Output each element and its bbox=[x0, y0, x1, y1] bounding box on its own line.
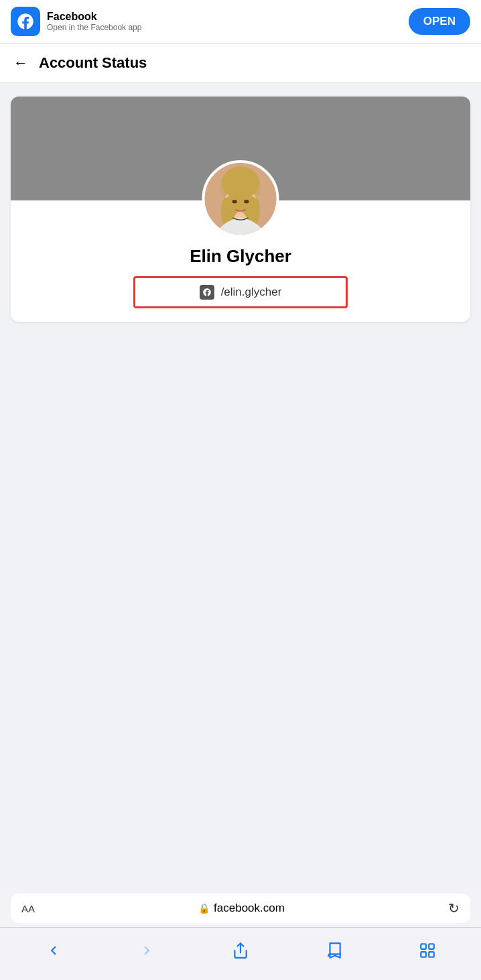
profile-name: Elin Glycher bbox=[190, 246, 291, 267]
safari-toolbar bbox=[0, 927, 481, 980]
address-bar[interactable]: AA 🔒 facebook.com ↻ bbox=[11, 894, 470, 923]
browser-back-button[interactable] bbox=[38, 934, 70, 967]
browser-bar-container: AA 🔒 facebook.com ↻ bbox=[0, 887, 481, 927]
reload-button[interactable]: ↻ bbox=[448, 900, 460, 916]
avatar-wrapper bbox=[202, 160, 279, 237]
profile-card: Elin Glycher /elin.glycher bbox=[11, 97, 470, 322]
tabs-button[interactable] bbox=[411, 934, 443, 967]
svg-rect-9 bbox=[421, 952, 426, 957]
address-text: 🔒 facebook.com bbox=[198, 902, 285, 915]
app-text: Facebook Open in the Facebook app bbox=[47, 11, 141, 32]
browser-forward-button[interactable] bbox=[131, 934, 163, 967]
share-button[interactable] bbox=[224, 934, 257, 967]
username-text: /elin.glycher bbox=[221, 286, 282, 299]
svg-point-5 bbox=[244, 200, 249, 204]
username-box[interactable]: /elin.glycher bbox=[133, 276, 348, 308]
facebook-app-icon bbox=[11, 7, 40, 36]
avatar bbox=[202, 160, 279, 237]
svg-rect-7 bbox=[421, 944, 426, 949]
top-banner: Facebook Open in the Facebook app OPEN bbox=[0, 0, 481, 44]
svg-rect-8 bbox=[429, 944, 434, 949]
app-subtitle: Open in the Facebook app bbox=[47, 23, 141, 32]
bookmarks-button[interactable] bbox=[318, 934, 350, 967]
page-title: Account Status bbox=[39, 54, 147, 72]
app-info: Facebook Open in the Facebook app bbox=[11, 7, 141, 36]
open-button[interactable]: OPEN bbox=[409, 8, 470, 35]
facebook-small-icon bbox=[200, 285, 214, 300]
cover-photo bbox=[11, 97, 470, 200]
content-area: Elin Glycher /elin.glycher bbox=[0, 83, 481, 887]
app-name: Facebook bbox=[47, 11, 141, 23]
back-button[interactable]: ← bbox=[13, 54, 28, 72]
nav-bar: ← Account Status bbox=[0, 44, 481, 83]
lock-icon: 🔒 bbox=[198, 903, 210, 914]
svg-point-4 bbox=[232, 200, 236, 204]
aa-text[interactable]: AA bbox=[21, 903, 35, 914]
url-text: facebook.com bbox=[214, 902, 285, 915]
svg-rect-10 bbox=[429, 952, 434, 957]
